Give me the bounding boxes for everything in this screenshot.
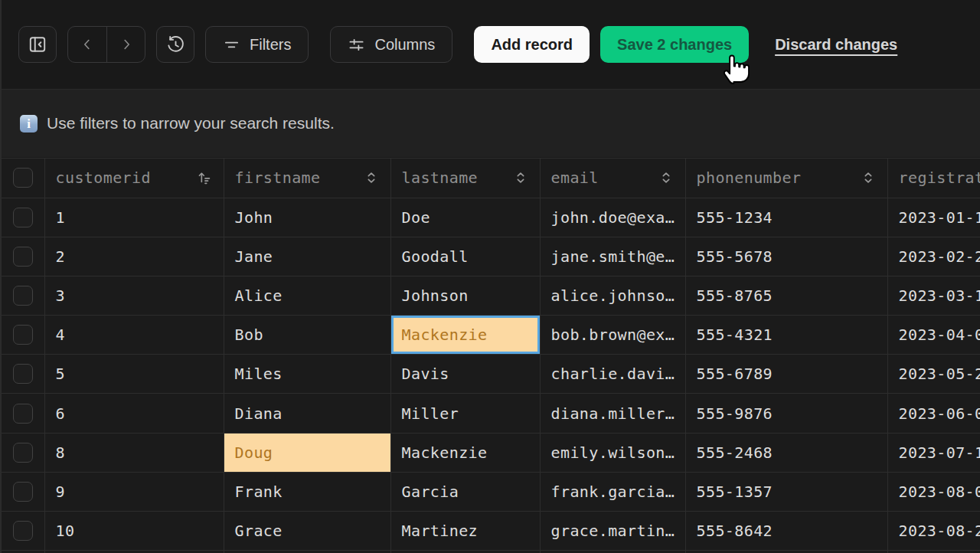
- cell-customerid[interactable]: 1: [44, 198, 224, 237]
- cell-lastname[interactable]: Davis: [390, 355, 540, 394]
- cell-registrationdate[interactable]: 2023-02-2: [887, 237, 980, 276]
- cell-registrationdate[interactable]: 2023-07-1: [887, 433, 980, 472]
- column-header-phonenumber[interactable]: phonenumber: [685, 159, 887, 198]
- cell-lastname[interactable]: Johnson: [390, 276, 540, 315]
- cell-phonenumber[interactable]: 555-8765: [685, 276, 887, 315]
- cell-customerid[interactable]: 2: [44, 237, 224, 276]
- cell-customerid[interactable]: 5: [44, 355, 224, 394]
- cell-lastname[interactable]: Mackenzie: [390, 433, 540, 472]
- cell-firstname[interactable]: Alice: [224, 276, 390, 315]
- filters-button-label: Filters: [250, 36, 291, 54]
- column-header-lastname[interactable]: lastname: [390, 159, 540, 198]
- cell-registrationdate[interactable]: 2023-08-2: [887, 512, 980, 551]
- columns-button[interactable]: Columns: [330, 26, 452, 63]
- cell-email[interactable]: grace.martin…: [540, 512, 685, 551]
- chevron-left-icon: [79, 36, 96, 53]
- cell-registrationdate[interactable]: 2023-01-1: [887, 198, 980, 237]
- cell-lastname[interactable]: Miller: [390, 394, 540, 433]
- sort-chevrons-icon[interactable]: [512, 169, 529, 186]
- row-checkbox[interactable]: [13, 208, 33, 227]
- filters-button[interactable]: Filters: [205, 26, 309, 63]
- data-grid: customeridfirstnamelastnameemailphonenum…: [2, 158, 980, 553]
- forward-button[interactable]: [106, 27, 145, 62]
- records-table: customeridfirstnamelastnameemailphonenum…: [2, 159, 980, 553]
- panel-left-collapse-icon: [28, 34, 47, 54]
- cell-customerid[interactable]: 6: [44, 394, 224, 433]
- sort-chevrons-icon[interactable]: [860, 169, 877, 186]
- cell-phonenumber[interactable]: 555-1234: [685, 198, 887, 237]
- column-label: phonenumber: [697, 169, 802, 187]
- toolbar: Filters Columns Add record Save 2 change…: [2, 0, 980, 90]
- cell-lastname[interactable]: Garcia: [390, 472, 540, 511]
- cell-phonenumber[interactable]: 555-6789: [685, 355, 887, 394]
- save-changes-button[interactable]: Save 2 changes: [600, 26, 749, 63]
- cell-email[interactable]: john.doe@exa…: [540, 198, 685, 237]
- cell-lastname[interactable]: Martinez: [390, 512, 540, 551]
- table-row: 1JohnDoejohn.doe@exa…555-12342023-01-1: [2, 198, 980, 237]
- sort-chevrons-icon[interactable]: [363, 169, 380, 186]
- cell-phonenumber[interactable]: 555-4321: [685, 316, 887, 355]
- add-record-button[interactable]: Add record: [474, 26, 590, 63]
- cell-registrationdate[interactable]: 2023-08-0: [887, 472, 980, 511]
- table-row: 4BobMackenziebob.brown@ex…555-43212023-0…: [2, 316, 980, 355]
- header-row: customeridfirstnamelastnameemailphonenum…: [2, 159, 980, 198]
- toggle-side-panel-button[interactable]: [18, 26, 57, 63]
- cell-customerid[interactable]: 8: [44, 433, 224, 472]
- cell-email[interactable]: alice.johnso…: [540, 276, 685, 315]
- column-header-firstname[interactable]: firstname: [224, 159, 390, 198]
- cell-firstname[interactable]: Frank: [224, 472, 390, 511]
- column-header-customerid[interactable]: customerid: [44, 159, 224, 198]
- row-checkbox[interactable]: [13, 404, 33, 424]
- cell-lastname[interactable]: Goodall: [390, 237, 540, 276]
- column-header-registrationdate[interactable]: registrat: [887, 159, 980, 198]
- row-checkbox[interactable]: [13, 325, 33, 345]
- cell-email[interactable]: bob.brown@ex…: [540, 316, 685, 355]
- sort-ascending-icon[interactable]: [196, 169, 213, 186]
- cell-firstname[interactable]: Grace: [224, 512, 390, 551]
- row-checkbox[interactable]: [13, 482, 33, 502]
- cell-phonenumber[interactable]: 555-2468: [685, 433, 887, 472]
- cell-registrationdate[interactable]: 2023-04-0: [887, 316, 980, 355]
- table-row: 3AliceJohnsonalice.johnso…555-87652023-0…: [2, 276, 980, 315]
- cell-firstname[interactable]: Diana: [224, 394, 390, 433]
- cell-phonenumber[interactable]: 555-1357: [685, 472, 887, 511]
- info-banner-text: Use filters to narrow your search result…: [47, 114, 335, 133]
- cell-email[interactable]: frank.garcia…: [540, 472, 685, 511]
- cell-registrationdate[interactable]: 2023-06-0: [887, 394, 980, 433]
- row-checkbox[interactable]: [13, 286, 33, 306]
- cell-phonenumber[interactable]: 555-5678: [685, 237, 887, 276]
- cell-phonenumber[interactable]: 555-9876: [685, 394, 887, 433]
- discard-changes-label: Discard changes: [775, 36, 897, 53]
- cell-firstname[interactable]: Jane: [224, 237, 390, 276]
- cell-firstname[interactable]: Doug: [224, 433, 390, 472]
- cell-email[interactable]: jane.smith@e…: [540, 237, 685, 276]
- row-checkbox[interactable]: [13, 364, 33, 384]
- cell-firstname[interactable]: Bob: [224, 316, 390, 355]
- cell-firstname[interactable]: Miles: [224, 355, 390, 394]
- cell-customerid[interactable]: 3: [44, 276, 224, 315]
- cell-phonenumber[interactable]: 555-8642: [685, 512, 887, 551]
- discard-changes-link[interactable]: Discard changes: [775, 36, 897, 54]
- cell-registrationdate[interactable]: 2023-05-2: [887, 355, 980, 394]
- row-checkbox[interactable]: [13, 521, 33, 541]
- cell-lastname[interactable]: Mackenzie: [390, 316, 540, 355]
- column-header-email[interactable]: email: [540, 159, 685, 198]
- sort-chevrons-icon[interactable]: [658, 169, 675, 186]
- cell-email[interactable]: diana.miller…: [540, 394, 685, 433]
- row-checkbox[interactable]: [13, 443, 33, 463]
- cell-lastname[interactable]: Doe: [390, 198, 540, 237]
- history-nav-group: [67, 26, 145, 63]
- history-button[interactable]: [156, 26, 194, 63]
- cell-firstname[interactable]: John: [224, 198, 390, 237]
- cell-email[interactable]: emily.wilson…: [540, 433, 685, 472]
- row-checkbox[interactable]: [13, 247, 33, 267]
- columns-button-label: Columns: [374, 36, 435, 54]
- select-all-checkbox[interactable]: [13, 168, 33, 188]
- cell-customerid[interactable]: 10: [44, 512, 224, 551]
- column-label: registrat: [899, 169, 980, 187]
- cell-email[interactable]: charlie.davi…: [540, 355, 685, 394]
- cell-customerid[interactable]: 9: [44, 472, 224, 511]
- cell-customerid[interactable]: 4: [44, 316, 224, 355]
- cell-registrationdate[interactable]: 2023-03-1: [887, 276, 980, 315]
- back-button[interactable]: [68, 27, 106, 62]
